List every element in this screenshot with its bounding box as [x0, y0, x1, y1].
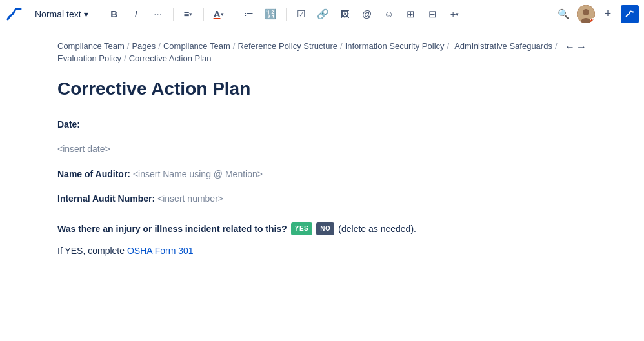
chevron-down-icon: ▾ — [189, 11, 192, 17]
divider-1 — [99, 8, 99, 21]
osha-form-link[interactable]: OSHA Form 301 — [127, 246, 194, 256]
breadcrumb-sep-7: / — [124, 54, 126, 63]
notification-badge: 1 — [590, 18, 595, 23]
plus-icon: + — [450, 8, 456, 19]
more-formatting-button[interactable]: ··· — [148, 5, 168, 24]
column-layout-icon: ⊟ — [428, 8, 437, 20]
expand-right-icon: → — [576, 41, 587, 53]
align-button[interactable]: ≡ ▾ — [179, 5, 198, 24]
add-icon: + — [605, 7, 612, 21]
breadcrumb-item-6[interactable]: Evaluation Policy — [57, 54, 121, 63]
chevron-down-icon: ▾ — [221, 11, 224, 17]
avatar[interactable]: 1 — [577, 5, 595, 23]
expand-left-icon: ← — [565, 41, 575, 53]
page-title: Corrective Action Plan — [57, 79, 587, 99]
breadcrumb-expand[interactable]: ← → — [565, 41, 587, 53]
yes-badge: YES — [291, 222, 313, 235]
emoji-icon: ☺ — [384, 8, 394, 19]
osha-row: If YES, complete OSHA Form 301 — [57, 244, 587, 258]
injury-question-text: Was there an injury or illness incident … — [57, 222, 287, 236]
chevron-down-icon: ▾ — [84, 9, 88, 19]
breadcrumb-sep-4: / — [340, 41, 343, 51]
add-page-button[interactable]: + — [599, 5, 617, 23]
audit-number-field-row: Internal Audit Number: <insert number> — [57, 191, 587, 206]
no-badge: NO — [316, 222, 334, 235]
osha-prefix: If YES, complete — [57, 246, 127, 256]
breadcrumb-sep-2: / — [158, 41, 161, 51]
toolbar-right: 🔍 1 + — [554, 5, 639, 24]
task-button[interactable]: ☑ — [292, 5, 311, 24]
breadcrumb-item-pages[interactable]: Pages — [132, 41, 156, 51]
bullet-list-icon: ≔ — [244, 8, 254, 20]
confluence-icon[interactable] — [621, 5, 639, 23]
toolbar: Normal text ▾ B I ··· ≡ ▾ A ▾ ≔ 🔢 ☑ 🔗 — [0, 0, 644, 28]
color-icon: A — [214, 8, 221, 19]
numbered-list-button[interactable]: 🔢 — [261, 5, 281, 24]
date-value-row: <insert date> — [57, 142, 587, 156]
breadcrumb-item-current: Corrective Action Plan — [129, 54, 212, 63]
auditor-value: <insert Name using @ Mention> — [133, 169, 263, 179]
breadcrumb-item-5[interactable]: Administrative Safeguards — [454, 41, 552, 51]
link-icon: 🔗 — [317, 8, 329, 20]
column-layout-button[interactable]: ⊟ — [423, 5, 443, 24]
table-icon: ⊞ — [407, 8, 415, 20]
emoji-button[interactable]: ☺ — [379, 5, 399, 24]
delete-note: (delete as needed). — [338, 222, 416, 236]
mention-icon: @ — [362, 8, 372, 19]
mention-button[interactable]: @ — [357, 5, 377, 24]
color-button[interactable]: A ▾ — [209, 5, 228, 24]
insert-more-button[interactable]: + ▾ — [445, 5, 465, 24]
divider-3 — [203, 8, 204, 21]
divider-5 — [286, 8, 287, 21]
numbered-list-icon: 🔢 — [265, 8, 277, 20]
breadcrumb-sep-1: / — [127, 41, 130, 51]
injury-question-row: Was there an injury or illness incident … — [57, 222, 587, 236]
chevron-down-icon: ▾ — [456, 11, 459, 17]
auditor-field-row: Name of Auditor: <insert Name using @ Me… — [57, 167, 587, 181]
search-icon: 🔍 — [558, 8, 570, 20]
bold-button[interactable]: B — [105, 5, 124, 24]
text-style-dropdown[interactable]: Normal text ▾ — [30, 6, 94, 22]
date-placeholder: <insert date> — [57, 144, 110, 154]
breadcrumb-item-1[interactable]: Compliance Team — [57, 41, 125, 51]
date-label: Date: — [57, 119, 80, 130]
image-button[interactable]: 🖼 — [336, 5, 355, 24]
search-button[interactable]: 🔍 — [554, 5, 573, 24]
bullet-list-button[interactable]: ≔ — [239, 5, 259, 24]
breadcrumb-item-3[interactable]: Reference Policy Structure — [237, 41, 337, 51]
align-icon: ≡ — [184, 8, 190, 19]
text-style-label: Normal text — [35, 9, 81, 19]
main-content: Compliance Team / Pages / Compliance Tea… — [32, 28, 612, 294]
image-icon: 🖼 — [340, 8, 350, 19]
more-icon: ··· — [154, 8, 162, 19]
auditor-label: Name of Auditor: — [57, 169, 130, 179]
audit-number-label: Internal Audit Number: — [57, 193, 155, 204]
breadcrumb-sep-3: / — [233, 41, 236, 51]
task-icon: ☑ — [297, 8, 305, 20]
italic-button[interactable]: I — [126, 5, 146, 24]
content-body: Date: <insert date> Name of Auditor: <in… — [57, 117, 587, 258]
link-button[interactable]: 🔗 — [314, 5, 333, 24]
table-button[interactable]: ⊞ — [401, 5, 421, 24]
audit-number-placeholder: <insert number> — [157, 193, 223, 204]
divider-4 — [234, 8, 234, 21]
breadcrumb-item-2[interactable]: Compliance Team — [163, 41, 230, 51]
breadcrumb-sep-5: / — [447, 41, 450, 51]
svg-point-1 — [583, 9, 589, 15]
date-field-row: Date: — [57, 117, 587, 132]
app-logo — [5, 5, 23, 23]
divider-2 — [173, 8, 174, 21]
breadcrumb-sep-6: / — [555, 41, 558, 51]
breadcrumb-item-4[interactable]: Information Security Policy — [345, 41, 445, 51]
breadcrumb: Compliance Team / Pages / Compliance Tea… — [57, 41, 587, 63]
